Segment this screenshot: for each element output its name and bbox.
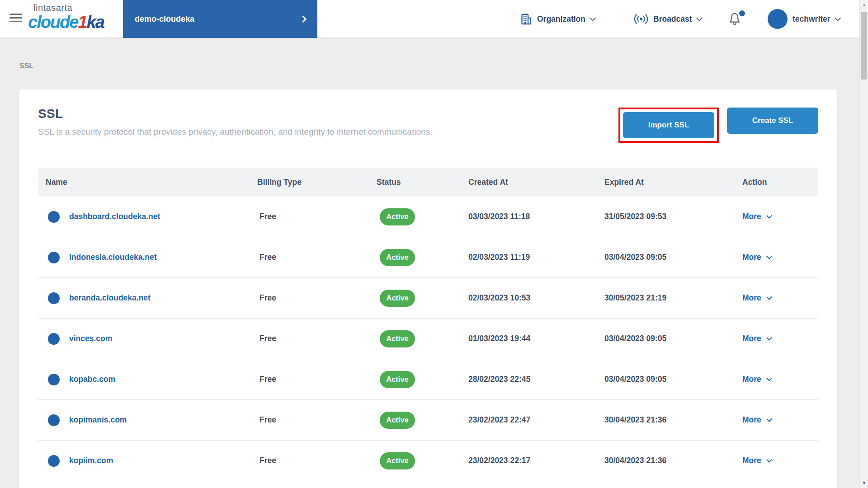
billing-type-cell: Free	[257, 293, 377, 303]
project-selector[interactable]: demo-cloudeka	[123, 0, 317, 38]
expired-at-cell: 03/04/2023 09:05	[604, 334, 742, 343]
chevron-down-icon	[766, 416, 772, 422]
more-actions-button[interactable]: More	[742, 293, 771, 303]
ssl-name-link[interactable]: vinces.com	[69, 334, 112, 343]
status-cell: Active	[377, 412, 468, 429]
chevron-down-icon	[766, 294, 772, 300]
column-header-billing-type: Billing Type	[257, 178, 377, 187]
broadcast-icon	[634, 13, 648, 25]
user-menu[interactable]: techwriter	[768, 0, 840, 38]
column-header-status: Status	[377, 178, 468, 187]
chevron-down-icon	[766, 213, 772, 219]
scroll-up-arrow-icon[interactable]: ▲	[860, 3, 868, 7]
expired-at-cell: 30/04/2023 21:36	[604, 456, 742, 465]
more-actions-button[interactable]: More	[742, 456, 771, 465]
more-label: More	[742, 375, 761, 384]
expired-at-cell: 31/05/2023 09:53	[604, 212, 742, 221]
action-cell: More	[742, 415, 818, 425]
more-actions-button[interactable]: More	[742, 334, 771, 343]
more-actions-button[interactable]: More	[742, 212, 771, 221]
name-cell: indonesia.cloudeka.net	[38, 252, 257, 263]
expired-at-cell: 30/04/2023 21:36	[604, 415, 742, 425]
ssl-status-dot-icon	[48, 292, 60, 304]
ssl-status-dot-icon	[48, 252, 60, 263]
annotation-highlight-box: Import SSL	[618, 108, 719, 143]
column-header-name: Name	[38, 178, 257, 187]
name-cell: kopiim.com	[38, 455, 257, 467]
notification-dot	[739, 10, 745, 16]
status-badge: Active	[380, 290, 415, 307]
billing-type-cell: Free	[257, 456, 377, 465]
page-title: SSL	[38, 107, 432, 121]
top-bar: lintasarta cloude1ka demo-cloudeka Organ…	[0, 0, 868, 38]
created-at-cell: 02/03/2023 10:53	[468, 293, 604, 303]
vertical-scrollbar[interactable]: ▲ ▼	[859, 0, 868, 488]
status-cell: Active	[377, 249, 468, 266]
create-ssl-button[interactable]: Create SSL	[727, 108, 818, 134]
billing-type-cell: Free	[257, 375, 377, 384]
table-row: vinces.com Free Active 01/03/2023 19:44 …	[38, 319, 818, 359]
status-cell: Active	[377, 452, 468, 469]
project-name: demo-cloudeka	[135, 14, 301, 24]
ssl-name-link[interactable]: kopimanis.com	[69, 415, 127, 425]
breadcrumb: SSL	[19, 62, 33, 70]
created-at-cell: 01/03/2023 19:44	[468, 334, 604, 343]
table-header-row: Name Billing Type Status Created At Expi…	[38, 168, 818, 197]
billing-type-cell: Free	[257, 415, 377, 425]
ssl-table: Name Billing Type Status Created At Expi…	[38, 168, 818, 481]
scroll-down-arrow-icon[interactable]: ▼	[860, 481, 868, 485]
chevron-down-icon	[766, 375, 772, 381]
ssl-status-dot-icon	[48, 374, 60, 385]
ssl-name-link[interactable]: kopabc.com	[69, 375, 115, 384]
created-at-cell: 28/02/2023 22:45	[468, 375, 604, 384]
table-row: kopiim.com Free Active 23/02/2023 22:17 …	[38, 441, 818, 481]
expired-at-cell: 03/04/2023 09:05	[604, 253, 742, 262]
column-header-expired-at: Expired At	[604, 178, 742, 187]
more-actions-button[interactable]: More	[742, 253, 771, 262]
page-description: SSL is a security protocol that provides…	[38, 127, 432, 137]
logo-cloudeka-text: cloude1ka	[28, 14, 104, 31]
scrollbar-thumb[interactable]	[861, 12, 867, 80]
chevron-down-icon	[835, 14, 841, 21]
ssl-name-link[interactable]: beranda.cloudeka.net	[69, 293, 151, 303]
organization-menu[interactable]: Organization	[520, 0, 595, 38]
created-at-cell: 02/03/2023 11:19	[468, 253, 604, 262]
expired-at-cell: 03/04/2023 09:05	[604, 375, 742, 384]
broadcast-menu[interactable]: Broadcast	[634, 0, 702, 38]
broadcast-label: Broadcast	[653, 14, 692, 24]
status-badge: Active	[380, 330, 415, 347]
logo-lintasarta-text: lintasarta	[33, 3, 104, 12]
table-row: dashboard.cloudeka.net Free Active 03/03…	[38, 197, 818, 237]
chevron-down-icon	[590, 14, 596, 21]
chevron-down-icon	[766, 253, 772, 259]
import-ssl-button[interactable]: Import SSL	[623, 112, 714, 138]
name-cell: kopimanis.com	[38, 414, 257, 426]
created-at-cell: 23/02/2023 22:47	[468, 415, 604, 425]
more-label: More	[742, 253, 761, 262]
ssl-name-link[interactable]: indonesia.cloudeka.net	[69, 253, 157, 262]
name-cell: dashboard.cloudeka.net	[38, 211, 257, 223]
ssl-status-dot-icon	[48, 211, 60, 223]
hamburger-menu-icon[interactable]	[9, 14, 22, 24]
billing-type-cell: Free	[257, 212, 377, 221]
notifications-button[interactable]	[727, 0, 742, 38]
more-actions-button[interactable]: More	[742, 375, 771, 384]
action-cell: More	[742, 456, 818, 465]
more-label: More	[742, 415, 761, 425]
billing-type-cell: Free	[257, 334, 377, 343]
chevron-down-icon	[696, 14, 703, 21]
status-cell: Active	[377, 208, 468, 225]
more-actions-button[interactable]: More	[742, 415, 771, 425]
ssl-card: SSL SSL is a security protocol that prov…	[19, 89, 837, 488]
ssl-name-link[interactable]: kopiim.com	[69, 456, 113, 465]
table-row: kopabc.com Free Active 28/02/2023 22:45 …	[38, 359, 818, 400]
status-badge: Active	[380, 452, 415, 469]
action-cell: More	[742, 375, 818, 384]
chevron-right-icon	[300, 15, 307, 23]
status-badge: Active	[380, 249, 415, 266]
avatar	[768, 9, 788, 29]
status-cell: Active	[377, 330, 468, 347]
action-cell: More	[742, 334, 818, 343]
ssl-name-link[interactable]: dashboard.cloudeka.net	[69, 212, 160, 221]
status-cell: Active	[377, 371, 468, 388]
